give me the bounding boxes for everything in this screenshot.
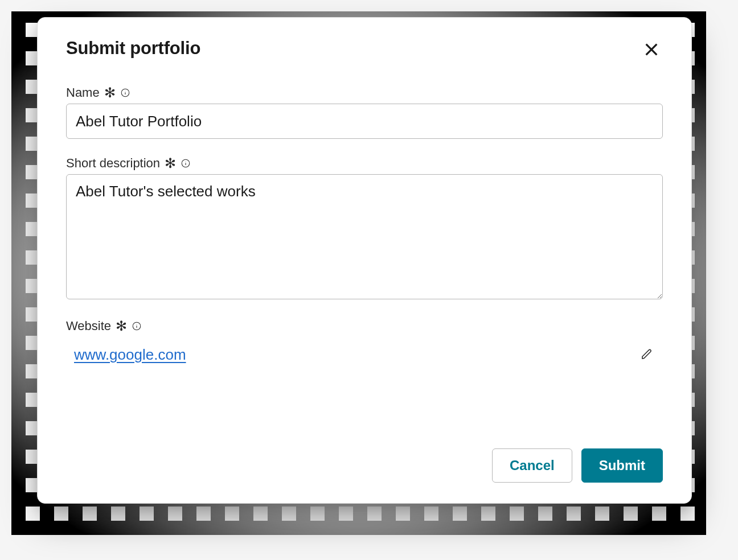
website-link[interactable]: www.google.com (74, 346, 186, 364)
required-asterisk-icon: ✻ (116, 319, 127, 333)
website-label: Website (66, 319, 111, 333)
svg-point-4 (125, 91, 125, 92)
cancel-button[interactable]: Cancel (492, 448, 572, 483)
info-icon[interactable] (120, 88, 130, 98)
website-label-row: Website ✻ (66, 319, 663, 333)
name-label: Name (66, 85, 100, 100)
pencil-icon (640, 347, 654, 361)
short-description-label: Short description (66, 156, 160, 171)
required-asterisk-icon: ✻ (104, 86, 116, 100)
info-icon[interactable] (132, 321, 142, 331)
info-icon[interactable] (181, 158, 191, 168)
short-description-field-group: Short description ✻ (66, 156, 663, 302)
short-description-label-row: Short description ✻ (66, 156, 663, 171)
modal-title: Submit portfolio (66, 38, 200, 59)
short-description-textarea[interactable] (66, 174, 663, 299)
modal-header: Submit portfolio (38, 18, 691, 68)
close-icon (642, 40, 661, 59)
required-asterisk-icon: ✻ (165, 157, 176, 170)
website-field-group: Website ✻ www.google.com (66, 319, 663, 365)
name-input[interactable] (66, 104, 663, 139)
modal-body: Name ✻ Short description ✻ (38, 68, 691, 448)
submit-button[interactable]: Submit (581, 448, 663, 483)
modal-footer: Cancel Submit (38, 448, 691, 503)
name-field-group: Name ✻ (66, 85, 663, 139)
svg-point-7 (186, 162, 186, 162)
website-value-row: www.google.com (66, 337, 663, 365)
name-label-row: Name ✻ (66, 85, 663, 100)
submit-portfolio-modal: Submit portfolio Name ✻ (37, 17, 692, 504)
svg-point-10 (137, 324, 137, 325)
edit-website-button[interactable] (638, 345, 656, 365)
close-button[interactable] (640, 38, 663, 63)
